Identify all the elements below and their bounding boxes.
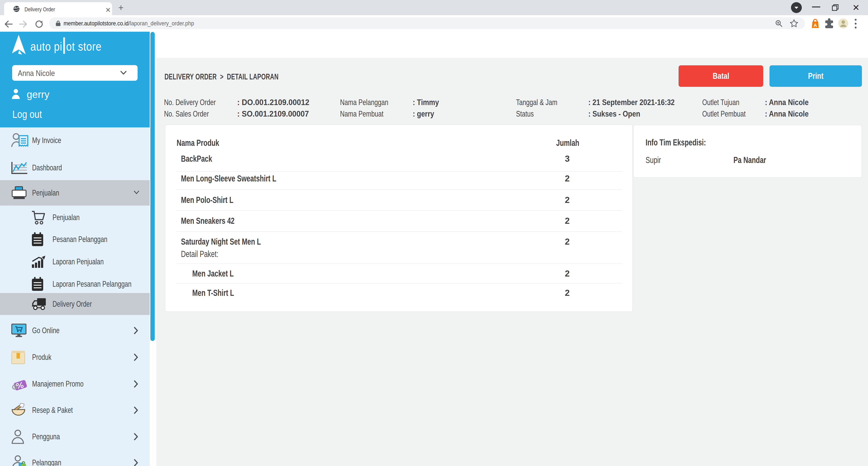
svg-text:A: A [813,23,817,28]
